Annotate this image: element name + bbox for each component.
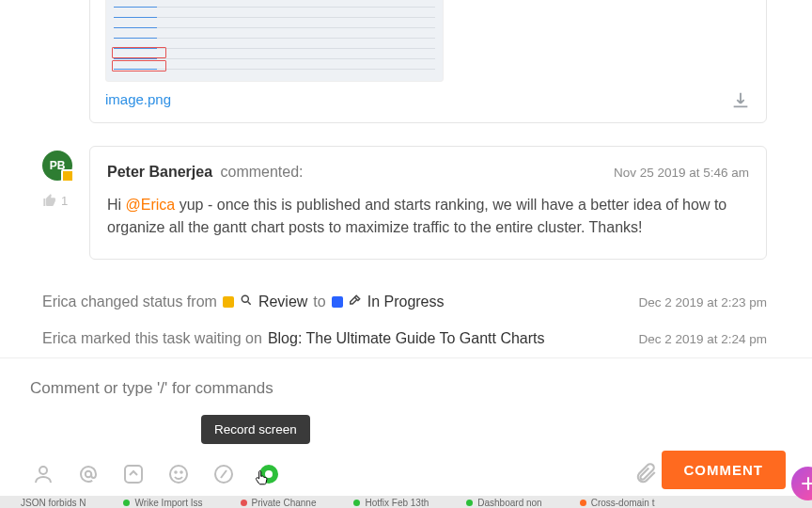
activity-status-change: Erica changed status from Review to In P… (42, 294, 767, 310)
status-color-yellow (223, 296, 234, 308)
record-screen-icon[interactable] (256, 461, 282, 487)
svg-point-4 (170, 466, 187, 483)
comment-body: Hi @Erica yup - once this is published a… (107, 194, 749, 240)
magnifier-icon (240, 294, 253, 310)
browser-tab[interactable]: JSON forbids N (21, 498, 86, 508)
comment-text: yup - once this is published and starts … (107, 197, 726, 235)
status-color-blue (332, 296, 343, 308)
svg-point-1 (39, 467, 47, 474)
comment-text: Hi (107, 197, 126, 213)
avatar-initials: PB (50, 159, 66, 172)
upvote-icon[interactable] (120, 461, 147, 487)
submit-comment-button[interactable]: COMMENT (662, 451, 787, 489)
download-icon[interactable] (730, 90, 751, 111)
slash-command-icon[interactable] (211, 461, 237, 487)
thumb-up-icon (42, 193, 57, 208)
like-count: 1 (61, 194, 68, 208)
comment-input[interactable] (30, 379, 782, 398)
comment-author[interactable]: Peter Banerjea (107, 164, 212, 180)
svg-point-5 (175, 471, 177, 473)
assign-icon[interactable] (30, 461, 56, 487)
activity-text: Erica changed status from (42, 294, 217, 310)
mention-icon[interactable] (75, 461, 102, 487)
attachment-filename[interactable]: image.png (105, 91, 751, 107)
emoji-icon[interactable] (165, 461, 192, 487)
activity-text: to (313, 294, 325, 310)
comment-composer: Record screen COMMENT JSON forbids N (0, 357, 812, 508)
activity-feed: image.png PB 1 Peter Banerjea commented:… (0, 0, 812, 357)
mention[interactable]: @Erica (126, 197, 176, 213)
browser-tab[interactable]: Hotfix Feb 13th (353, 498, 429, 508)
svg-point-6 (180, 471, 182, 473)
status-from: Review (258, 294, 307, 310)
browser-tab[interactable]: Private Channe (241, 498, 317, 508)
svg-rect-3 (125, 466, 142, 483)
composer-toolbar (30, 461, 282, 487)
like-button[interactable]: 1 (42, 193, 80, 208)
browser-tab[interactable]: Wrike Import Iss (123, 498, 202, 508)
svg-point-0 (242, 295, 248, 302)
tooltip-record-screen: Record screen (201, 415, 310, 444)
comment-timestamp: Nov 25 2019 at 5:46 am (614, 166, 749, 180)
activity-waiting-on: Erica marked this task waiting on Blog: … (42, 330, 767, 347)
attach-file-icon[interactable] (633, 461, 658, 485)
status-to: In Progress (367, 294, 445, 310)
browser-tab[interactable]: Dashboard non (466, 498, 541, 508)
avatar[interactable]: PB (42, 151, 72, 181)
hammer-icon (349, 294, 362, 310)
browser-tab[interactable]: Cross-domain t (580, 498, 655, 508)
comment-card: Peter Banerjea commented: Nov 25 2019 at… (89, 146, 767, 260)
activity-timestamp: Dec 2 2019 at 2:23 pm (638, 295, 767, 310)
activity-text: Erica marked this task waiting on (42, 330, 262, 347)
attachment-thumbnail[interactable] (105, 0, 444, 82)
browser-tab-strip: JSON forbids N Wrike Import Iss Private … (0, 496, 812, 508)
activity-timestamp: Dec 2 2019 at 2:24 pm (638, 332, 767, 346)
comment-verb: commented: (221, 164, 304, 180)
attachment-card: image.png (89, 0, 767, 123)
linked-task[interactable]: Blog: The Ultimate Guide To Gantt Charts (268, 330, 545, 347)
svg-point-9 (265, 470, 273, 478)
